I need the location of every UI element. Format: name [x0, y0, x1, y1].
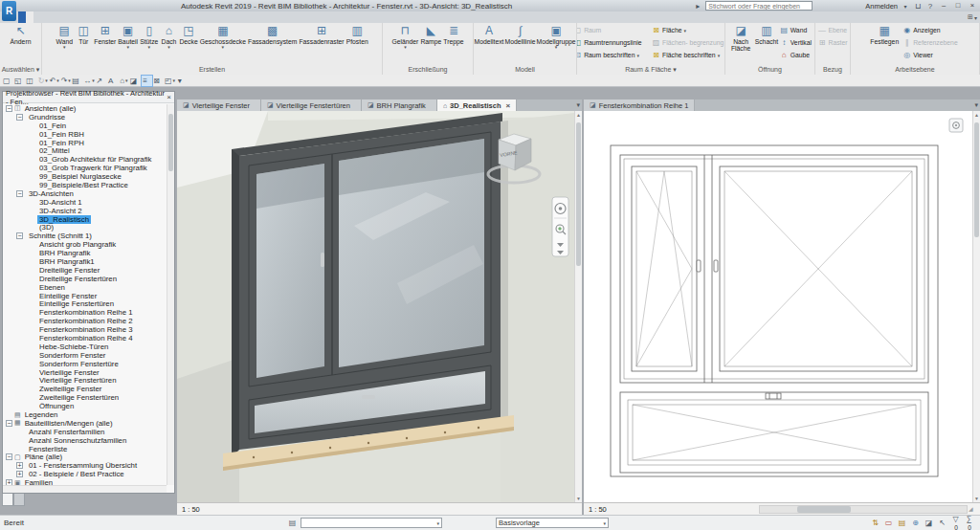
status-icon[interactable]: ▭: [883, 519, 894, 527]
view-control-icon[interactable]: [333, 504, 344, 515]
tree-item[interactable]: Anzahl Sonnenschutzfamilien: [3, 436, 174, 445]
view-tab[interactable]: ◪ BRH Plangrafik: [362, 99, 437, 111]
tree-expander-icon[interactable]: −: [16, 232, 23, 239]
tree-expander-icon[interactable]: +: [16, 471, 23, 477]
view-control-icon[interactable]: [368, 504, 378, 515]
qat-icon[interactable]: ↻ ▾: [37, 76, 48, 86]
tree-item[interactable]: Sonderform Fenster: [3, 351, 174, 360]
ribbon-button[interactable]: ↖ Ändern ▾: [10, 24, 33, 49]
qat-icon[interactable]: ▤ ▾: [72, 76, 82, 86]
status-icon[interactable]: ◪: [924, 519, 934, 527]
ribbon-button[interactable]: ◫ Tür ▾: [74, 24, 93, 49]
toolbar-overflow-icon[interactable]: ▸: [693, 2, 702, 11]
ribbon-button[interactable]: ▣ Bauteil ▾: [117, 24, 139, 49]
view-control-icon[interactable]: [218, 504, 229, 515]
tree-item[interactable]: Ebenen: [3, 283, 174, 292]
panel-label[interactable]: Raum & Fläche ▾: [577, 65, 724, 75]
view-control-icon[interactable]: [276, 504, 286, 515]
ribbon-tab[interactable]: [18, 11, 26, 23]
tree-item[interactable]: BRH Plangrafik: [3, 249, 174, 257]
qat-icon[interactable]: ◪ ▾: [130, 76, 141, 86]
tree-item[interactable]: 3D-Ansicht 1: [3, 198, 174, 207]
tree-item[interactable]: 03_Grob Architektur für Plangrafik: [3, 155, 174, 164]
cart-icon[interactable]: ⊔: [913, 2, 923, 11]
ribbon-button[interactable]: ▣ Modellgruppe ▾: [536, 24, 576, 49]
tree-item[interactable]: ▤ Legenden: [3, 410, 174, 419]
ribbon-tab[interactable]: [64, 11, 72, 23]
ribbon-tab[interactable]: [26, 11, 33, 23]
tree-item[interactable]: Zweiteilige Fenster: [3, 385, 174, 393]
restore-button[interactable]: □: [952, 1, 964, 11]
ribbon-button[interactable]: ◫ Raumtrennungslinie ▾: [577, 36, 649, 49]
tree-item[interactable]: Fensterliste: [3, 445, 174, 453]
ribbon-tab[interactable]: [125, 11, 133, 23]
ribbon-tab[interactable]: [156, 11, 164, 23]
sign-in-button[interactable]: Anmelden: [865, 2, 898, 11]
ribbon-button[interactable]: ▯ Stütze ▾: [139, 24, 159, 49]
ribbon-button[interactable]: ⌂ Dach ▾: [159, 24, 178, 49]
qat-icon[interactable]: ▢ ▾: [3, 76, 13, 86]
minimize-button[interactable]: –: [938, 1, 949, 11]
view-control-icon[interactable]: [694, 504, 704, 515]
ribbon-tab[interactable]: [87, 11, 95, 23]
status-icon[interactable]: ⇅: [870, 519, 880, 527]
ribbon-button[interactable]: ⊞ Raster: [815, 36, 851, 49]
ribbon-options-dd-icon[interactable]: ▾: [974, 14, 977, 21]
tree-expander-icon[interactable]: −: [6, 420, 12, 427]
view-control-icon[interactable]: [717, 504, 727, 515]
scale-button[interactable]: 1 : 50: [182, 505, 200, 514]
tree-expander-icon[interactable]: −: [6, 105, 12, 112]
view-control-icon[interactable]: [241, 504, 252, 515]
qat-icon[interactable]: ⊠ ▾: [153, 76, 164, 86]
view-tab[interactable]: ◪ Vierteilige Fenstertüren: [261, 99, 362, 111]
ribbon-button[interactable]: ◪ Nach Fläche ▾: [725, 24, 756, 55]
view-control-icon[interactable]: [740, 504, 750, 515]
view-control-icon[interactable]: [230, 504, 240, 515]
view-control-icon[interactable]: [356, 504, 367, 515]
ribbon-tab[interactable]: [72, 11, 79, 23]
view-control-icon[interactable]: [264, 504, 275, 515]
ribbon-button[interactable]: — Ebene: [815, 24, 851, 36]
tree-item[interactable]: 99_Beispiele/Best Practice: [3, 181, 174, 189]
ribbon-button[interactable]: ⊠ Fläche ▾: [649, 24, 725, 36]
tree-item[interactable]: 02_Mittel: [3, 146, 174, 155]
ribbon-tab[interactable]: [148, 11, 156, 23]
ribbon-button[interactable]: ⊞ Fenster ▾: [93, 24, 117, 49]
view-control-icon[interactable]: [253, 504, 263, 515]
ribbon-button[interactable]: ▩ Fassadensystem ▾: [247, 24, 298, 49]
status-icon[interactable]: ↖: [937, 519, 947, 527]
tree-item[interactable]: − Grundrisse: [3, 113, 174, 121]
navigation-bar[interactable]: [552, 197, 568, 256]
tree-item[interactable]: Anzahl Fensterfamilien: [3, 428, 174, 436]
tree-item[interactable]: Einteilige Fenstertüren: [3, 299, 174, 308]
tab-list-chevron-icon[interactable]: ▾: [576, 101, 580, 109]
ribbon-tab[interactable]: [33, 11, 41, 23]
ribbon-tab[interactable]: [133, 11, 141, 23]
browser-vertical-scrollbar[interactable]: [167, 104, 174, 485]
tree-item[interactable]: Einteilige Fenster: [3, 292, 174, 300]
tree-item[interactable]: 03_Grob Tragwerk für Plangrafik: [3, 164, 174, 172]
ribbon-button[interactable]: ▨ Flächen- begrenzung ▾: [649, 36, 725, 49]
ribbon-tab[interactable]: [110, 11, 118, 23]
view-control-icon[interactable]: [728, 504, 739, 515]
ribbon-button[interactable]: ◳ Decke ▾: [178, 24, 198, 49]
ribbon-tab[interactable]: [95, 11, 102, 23]
tree-item[interactable]: Öffnungen: [3, 402, 174, 410]
tree-item[interactable]: 3D-Ansicht 2: [3, 207, 174, 215]
tree-expander-icon[interactable]: −: [16, 114, 23, 121]
ribbon-button[interactable]: ▤ Wand: [777, 24, 814, 36]
tree-item[interactable]: 01_Fein RPH: [3, 139, 174, 147]
panel-tab[interactable]: [2, 494, 13, 506]
scrollbar-thumb[interactable]: [797, 506, 851, 513]
tree-item[interactable]: Dreiteilige Fenstertüren: [3, 275, 174, 283]
elevation-view-canvas[interactable]: ▲ ▼: [584, 111, 980, 502]
qat-icon[interactable]: ↗ ▾: [96, 76, 106, 86]
qat-icon[interactable]: ⌂ ▾: [119, 76, 129, 86]
tree-item[interactable]: 01_Fein RBH: [3, 130, 174, 139]
tree-item[interactable]: Fensterkombination Reihe 1: [3, 308, 174, 317]
view-tab[interactable]: ◪ Vierteilige Fenster: [177, 99, 261, 111]
view-control-icon[interactable]: [671, 504, 681, 515]
status-icon[interactable]: ▤: [897, 519, 907, 527]
view-control-icon[interactable]: [659, 504, 670, 515]
qat-icon[interactable]: ≡ ▾: [142, 76, 152, 86]
